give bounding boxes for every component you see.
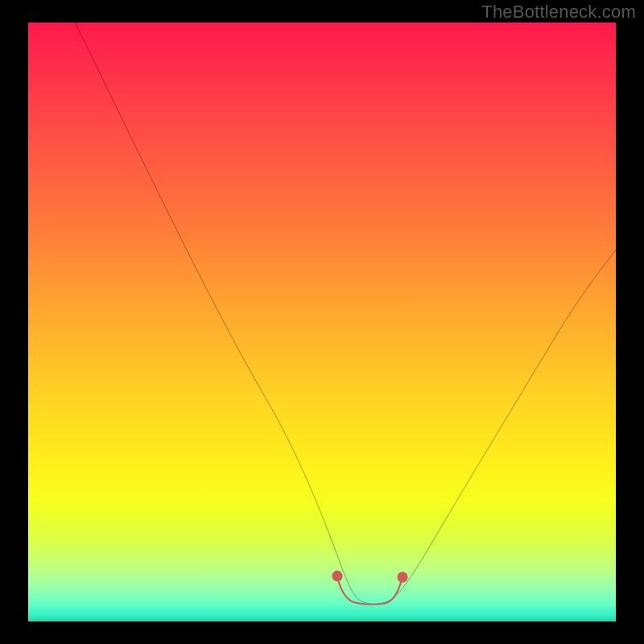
curve-layer — [28, 23, 616, 621]
watermark-text: TheBottleneck.com — [481, 2, 636, 23]
bottleneck-curve — [75, 23, 616, 605]
marker-dot-left — [332, 571, 342, 581]
chart-frame: TheBottleneck.com — [0, 0, 644, 644]
optimal-zone-marker — [337, 577, 402, 605]
marker-dot-right — [397, 572, 407, 582]
plot-area — [28, 23, 616, 621]
